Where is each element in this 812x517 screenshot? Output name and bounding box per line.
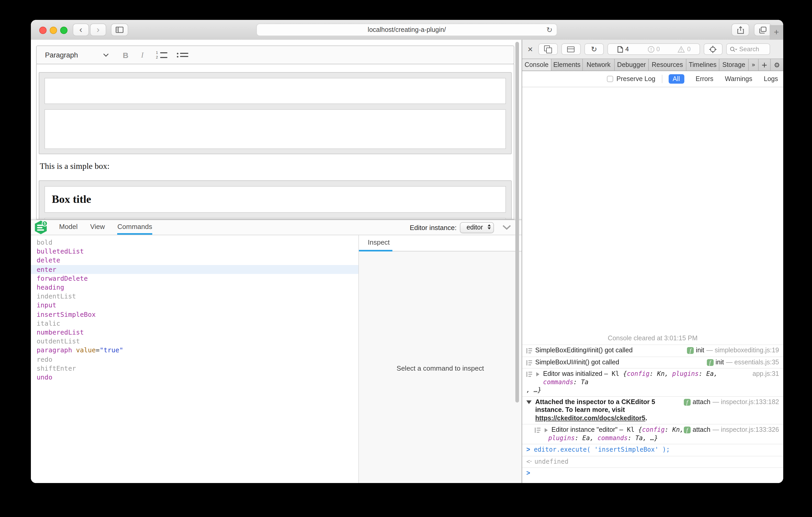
search-placeholder: Search bbox=[739, 45, 759, 53]
command-row-indentList[interactable]: indentList bbox=[31, 292, 358, 301]
reload-icon[interactable]: ↻ bbox=[547, 26, 552, 34]
warning-count-segment[interactable]: 0 bbox=[669, 45, 699, 53]
italic-button[interactable]: I bbox=[138, 51, 146, 59]
source-location-link[interactable]: — simpleboxediting.js:19 bbox=[706, 346, 779, 355]
reload-page-button[interactable]: ↻ bbox=[584, 43, 604, 55]
devtools-tab-network[interactable]: Network bbox=[583, 59, 615, 70]
command-row-insertSimpleBox[interactable]: insertSimpleBox bbox=[31, 310, 358, 318]
devtools-tab-resources[interactable]: Resources bbox=[649, 59, 687, 70]
command-row-numberedList[interactable]: numberedList bbox=[31, 328, 358, 337]
console-prompt-row[interactable]: > bbox=[522, 467, 783, 483]
console-log-row[interactable]: SimpleBoxEditing#init() got called f ini… bbox=[522, 344, 783, 356]
devtools-search-field[interactable]: Search bbox=[726, 43, 770, 55]
simple-box-title-field[interactable]: Box title bbox=[45, 186, 506, 213]
devtools-tab-elements[interactable]: Elements bbox=[551, 59, 583, 70]
settings-gear-button[interactable]: ⚙ bbox=[771, 59, 783, 70]
new-tab-button[interactable]: + bbox=[770, 25, 783, 40]
function-badge-icon: f bbox=[684, 427, 691, 434]
bulleted-list-button[interactable] bbox=[177, 53, 188, 57]
command-row-enter[interactable]: enter bbox=[31, 265, 358, 274]
filter-logs[interactable]: Logs bbox=[764, 75, 778, 83]
command-row-paragraph[interactable]: paragraph value="true" bbox=[31, 346, 358, 355]
command-row-outdentList[interactable]: outdentList bbox=[31, 337, 358, 345]
page-resources-segment[interactable]: 4 bbox=[608, 45, 639, 53]
command-row-forwardDelete[interactable]: forwardDelete bbox=[31, 274, 358, 283]
command-row-italic[interactable]: italic bbox=[31, 319, 358, 328]
console-log-row[interactable]: SimpleBoxUI#init() got called f init — e… bbox=[522, 356, 783, 368]
close-devtools-button[interactable]: ✕ bbox=[527, 45, 533, 53]
url-text: localhost/creating-a-plugin/ bbox=[368, 26, 446, 33]
inspector-tab-commands[interactable]: Commands bbox=[117, 220, 152, 235]
editor-instance-select[interactable]: editor bbox=[460, 222, 494, 233]
command-row-bulletedList[interactable]: bulletedList bbox=[31, 247, 358, 255]
preserve-log-checkbox[interactable] bbox=[607, 76, 613, 82]
console-nested-log-row[interactable]: Editor instance "editor" – Kl {config: K… bbox=[522, 424, 783, 444]
sidebar-button[interactable] bbox=[111, 24, 128, 36]
disclosure-triangle-icon[interactable] bbox=[545, 428, 548, 432]
forward-icon: › bbox=[96, 25, 99, 35]
console-log-row-expanded[interactable]: Attached the inspector to a CKEditor 5 i… bbox=[522, 396, 783, 424]
detach-devtools-button[interactable] bbox=[539, 43, 558, 55]
filter-separator bbox=[662, 75, 662, 83]
devtools-tab-debugger[interactable]: Debugger bbox=[615, 59, 649, 70]
command-row-heading[interactable]: heading bbox=[31, 283, 358, 292]
disclosure-triangle-icon[interactable] bbox=[536, 372, 540, 376]
command-row-undo[interactable]: undo bbox=[31, 373, 358, 382]
forward-button[interactable]: › bbox=[90, 24, 106, 36]
function-badge-icon: f bbox=[687, 347, 694, 354]
simple-box-title-field[interactable] bbox=[45, 78, 506, 104]
numbered-list-button[interactable]: 1 2 bbox=[156, 51, 167, 59]
dock-devtools-button[interactable] bbox=[561, 43, 581, 55]
command-row-redo[interactable]: redo bbox=[31, 355, 358, 364]
source-location-link[interactable]: — inspector.js:133:182 bbox=[713, 398, 779, 406]
back-button[interactable]: ‹ bbox=[73, 24, 89, 36]
inspector-tab-model[interactable]: Model bbox=[59, 220, 78, 235]
console-input-echo-row[interactable]: > editor.execute( 'insertSimpleBox' ); bbox=[522, 444, 783, 456]
console-log-row-expandable[interactable]: Editor was initialized – Kl {config: Kn,… bbox=[522, 368, 783, 396]
issues-summary-button[interactable]: 4 0 bbox=[607, 43, 700, 55]
tab-overview-button[interactable] bbox=[754, 24, 772, 36]
simple-box-widget-selected[interactable] bbox=[39, 72, 512, 154]
element-picker-button[interactable] bbox=[704, 43, 723, 55]
log-text: Editor instance "editor" bbox=[551, 426, 619, 433]
console-result-row[interactable]: <· undefined bbox=[522, 456, 783, 467]
minimize-window-button[interactable] bbox=[50, 27, 57, 34]
devtools-tab-console[interactable]: Console bbox=[522, 59, 551, 70]
filter-all[interactable]: All bbox=[668, 74, 684, 84]
add-tab-button[interactable]: + bbox=[759, 59, 771, 70]
command-row-shiftEnter[interactable]: shiftEnter bbox=[31, 364, 358, 373]
close-window-button[interactable] bbox=[39, 27, 47, 34]
editor-editable-area[interactable]: This is a simple box: Box title bbox=[36, 64, 514, 219]
filter-errors[interactable]: Errors bbox=[696, 75, 714, 83]
address-bar[interactable]: localhost/creating-a-plugin/ ↻ bbox=[256, 24, 557, 36]
heading-dropdown[interactable]: Paragraph bbox=[45, 51, 109, 59]
function-name: init bbox=[716, 358, 724, 366]
simple-box-description-field[interactable] bbox=[45, 109, 506, 149]
command-row-bold[interactable]: bold bbox=[31, 238, 358, 247]
inspector-tab-view[interactable]: View bbox=[90, 220, 105, 235]
bold-button[interactable]: B bbox=[120, 51, 131, 59]
ckeditor-docs-link[interactable]: https://ckeditor.com/docs/ckeditor5 bbox=[535, 414, 645, 422]
command-row-input[interactable]: input bbox=[31, 301, 358, 310]
prompt-icon: > bbox=[526, 446, 530, 454]
command-row-delete[interactable]: delete bbox=[31, 256, 358, 265]
tab-inspect[interactable]: Inspect bbox=[368, 235, 390, 250]
filter-warnings[interactable]: Warnings bbox=[725, 75, 752, 83]
error-count-segment[interactable]: 0 bbox=[638, 45, 669, 53]
collapse-inspector-button[interactable] bbox=[502, 225, 511, 230]
paragraph-text[interactable]: This is a simple box: bbox=[40, 161, 110, 171]
source-location-link[interactable]: — inspector.js:133:326 bbox=[713, 426, 779, 434]
disclosure-triangle-open-icon[interactable] bbox=[526, 400, 531, 404]
page-scrollbar-thumb[interactable] bbox=[515, 42, 519, 402]
devtools-tab-timelines[interactable]: Timelines bbox=[687, 59, 719, 70]
tab-overview-icon bbox=[759, 26, 766, 33]
source-location-link[interactable]: — essentials.js:35 bbox=[726, 358, 779, 366]
log-text: Editor was initialized bbox=[543, 370, 604, 377]
zoom-window-button[interactable] bbox=[60, 27, 67, 34]
source-location-link[interactable]: app.js:31 bbox=[753, 370, 779, 378]
simple-box-widget[interactable]: Box title bbox=[39, 180, 512, 219]
share-button[interactable] bbox=[731, 24, 749, 36]
more-tabs-button[interactable]: » bbox=[749, 59, 759, 70]
devtools-tab-storage[interactable]: Storage bbox=[719, 59, 749, 70]
commands-list: boldbulletedListdeleteenterforwardDelete… bbox=[31, 235, 359, 483]
